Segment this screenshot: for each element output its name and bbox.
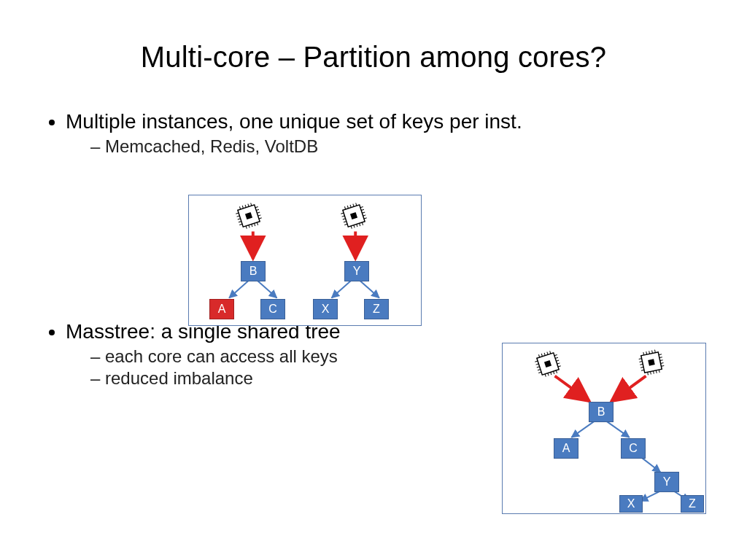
svg-line-13 xyxy=(246,226,247,229)
svg-line-24 xyxy=(256,209,259,210)
svg-line-41 xyxy=(342,216,345,217)
svg-line-15 xyxy=(252,224,252,227)
svg-line-43 xyxy=(344,222,347,222)
svg-line-54 xyxy=(642,458,661,472)
svg-line-50 xyxy=(555,376,590,402)
svg-line-5 xyxy=(360,281,379,298)
svg-line-30 xyxy=(344,206,345,209)
svg-line-11 xyxy=(248,204,249,207)
svg-line-52 xyxy=(571,421,594,438)
svg-line-14 xyxy=(249,225,249,228)
tree-node-c: C xyxy=(621,438,646,459)
cpu-icon xyxy=(632,343,670,381)
diagram-shared-tree: B A C Y X Z xyxy=(502,343,706,514)
svg-line-69 xyxy=(535,361,538,362)
svg-rect-80 xyxy=(648,359,654,365)
svg-line-10 xyxy=(245,205,246,208)
svg-line-39 xyxy=(362,222,363,225)
svg-line-32 xyxy=(350,205,351,208)
tree-node-y: Y xyxy=(344,261,369,281)
tree-node-x: X xyxy=(619,495,643,513)
svg-line-34 xyxy=(356,203,357,206)
svg-line-66 xyxy=(551,372,551,375)
svg-line-67 xyxy=(554,371,554,374)
tree-node-y: Y xyxy=(654,472,679,492)
svg-line-59 xyxy=(538,354,539,357)
svg-line-55 xyxy=(640,491,661,501)
svg-line-68 xyxy=(556,370,557,373)
svg-line-47 xyxy=(362,212,365,213)
svg-line-72 xyxy=(538,370,541,370)
tree-node-z: Z xyxy=(364,299,389,319)
tree-node-a-highlighted: A xyxy=(209,299,234,319)
tree-node-x: X xyxy=(313,299,338,319)
svg-line-38 xyxy=(360,223,360,226)
svg-line-48 xyxy=(363,215,366,216)
tree-node-z: Z xyxy=(681,495,704,513)
svg-line-71 xyxy=(537,367,540,368)
svg-line-45 xyxy=(360,206,363,207)
cpu-icon xyxy=(333,195,374,236)
svg-line-18 xyxy=(236,213,239,214)
svg-line-37 xyxy=(357,224,357,227)
svg-line-40 xyxy=(341,213,344,214)
svg-line-74 xyxy=(554,354,557,355)
svg-line-62 xyxy=(547,352,548,355)
svg-line-17 xyxy=(257,222,258,225)
svg-line-2 xyxy=(229,281,249,298)
svg-line-23 xyxy=(255,206,258,207)
svg-line-63 xyxy=(550,351,551,354)
svg-line-3 xyxy=(258,281,277,298)
svg-line-49 xyxy=(364,218,367,219)
svg-line-31 xyxy=(347,206,348,209)
svg-line-75 xyxy=(555,357,558,358)
svg-line-16 xyxy=(255,223,255,226)
svg-line-73 xyxy=(538,372,541,373)
bullet-1-sub: Memcached, Redis, VoltDB xyxy=(66,136,703,157)
svg-line-21 xyxy=(239,222,241,222)
svg-line-22 xyxy=(239,224,242,225)
svg-line-26 xyxy=(258,215,261,216)
svg-line-65 xyxy=(548,373,549,376)
bullet-1: Multiple instances, one unique set of ke… xyxy=(66,110,703,157)
svg-line-36 xyxy=(354,225,355,228)
tree-node-b: B xyxy=(241,261,266,281)
cpu-icon xyxy=(228,195,268,236)
svg-line-78 xyxy=(558,366,561,367)
bullet-1-text: Multiple instances, one unique set of ke… xyxy=(66,110,522,133)
svg-line-20 xyxy=(238,219,241,219)
svg-line-77 xyxy=(557,363,560,364)
svg-line-33 xyxy=(353,204,354,207)
svg-line-44 xyxy=(344,224,347,225)
tree-node-c: C xyxy=(260,299,285,319)
svg-line-25 xyxy=(257,212,260,213)
svg-line-76 xyxy=(556,360,559,361)
diagram-partitioned: B A C Y X Z xyxy=(188,195,422,326)
svg-line-61 xyxy=(544,353,545,356)
tree-node-b: B xyxy=(589,402,614,422)
bullet-1-sub-1: Memcached, Redis, VoltDB xyxy=(90,136,703,157)
svg-line-9 xyxy=(242,206,243,209)
svg-line-46 xyxy=(361,209,364,210)
svg-line-19 xyxy=(237,216,240,217)
slide: Multi-core – Partition among cores? Mult… xyxy=(0,0,747,560)
svg-line-12 xyxy=(251,203,252,206)
svg-line-35 xyxy=(351,226,352,229)
svg-line-53 xyxy=(607,421,630,438)
svg-line-27 xyxy=(259,218,262,219)
bullets-list: Multiple instances, one unique set of ke… xyxy=(44,110,703,157)
tree-node-a: A xyxy=(554,438,578,459)
slide-title: Multi-core – Partition among cores? xyxy=(44,41,703,74)
cpu-icon xyxy=(527,343,568,384)
svg-line-42 xyxy=(343,219,346,219)
svg-line-64 xyxy=(545,374,546,377)
svg-line-70 xyxy=(536,364,539,365)
svg-line-60 xyxy=(541,354,542,357)
svg-line-4 xyxy=(332,281,352,298)
svg-line-8 xyxy=(239,206,240,209)
